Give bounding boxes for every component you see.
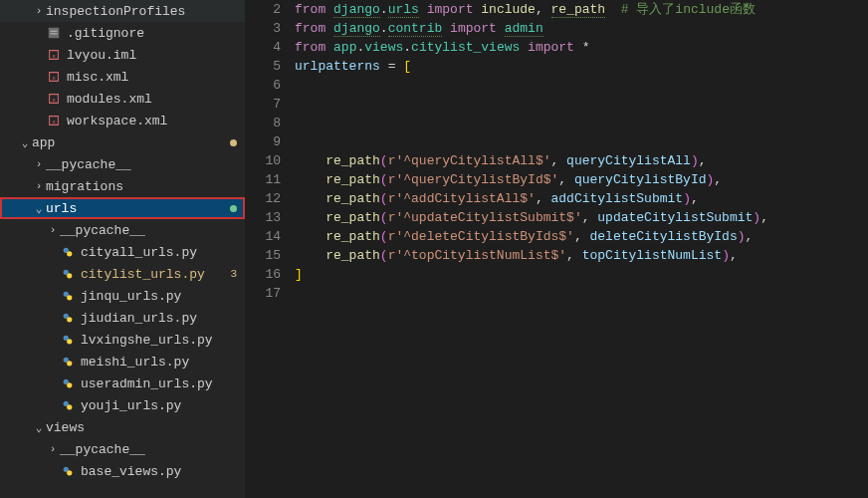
- svg-point-18: [67, 317, 72, 322]
- svg-text:x: x: [52, 97, 56, 104]
- line-number: 12: [245, 189, 281, 208]
- tree-item-misc-xml[interactable]: xmisc.xml: [0, 66, 245, 88]
- code-line[interactable]: re_path(r'^addCitylistAll$', addCitylist…: [295, 189, 868, 208]
- svg-point-16: [67, 295, 72, 300]
- tree-item-label: youji_urls.py: [81, 398, 237, 413]
- line-number: 15: [245, 246, 281, 265]
- python-icon: [60, 354, 76, 370]
- line-number: 5: [245, 57, 281, 76]
- python-icon: [60, 266, 76, 282]
- tree-item-citylist-urls-py[interactable]: citylist_urls.py3: [0, 263, 245, 285]
- line-number: 17: [245, 284, 281, 303]
- svg-text:x: x: [52, 119, 56, 125]
- tree-item--gitignore[interactable]: .gitignore: [0, 22, 245, 44]
- tree-item-youji-urls-py[interactable]: youji_urls.py: [0, 394, 245, 416]
- line-number: 2: [245, 0, 281, 19]
- tree-item-jiudian-urls-py[interactable]: jiudian_urls.py: [0, 307, 245, 329]
- tree-item--pycache-[interactable]: ›__pycache__: [0, 153, 245, 175]
- line-number: 6: [245, 76, 281, 95]
- chevron-down-icon[interactable]: ⌄: [18, 135, 32, 149]
- code-line[interactable]: [295, 95, 868, 114]
- code-line[interactable]: from django.contrib import admin: [295, 19, 868, 38]
- xml-icon: x: [46, 69, 62, 85]
- tree-item-label: citylist_urls.py: [81, 267, 226, 282]
- chevron-spacer: [46, 355, 60, 369]
- svg-text:x: x: [52, 75, 56, 82]
- tree-item-migrations[interactable]: ›migrations: [0, 175, 245, 197]
- tree-item-label: __pycache__: [60, 442, 237, 457]
- tree-item-label: workspace.xml: [67, 114, 237, 128]
- svg-point-22: [67, 361, 72, 366]
- tree-item-lvxingshe-urls-py[interactable]: lvxingshe_urls.py: [0, 329, 245, 351]
- svg-point-20: [67, 339, 72, 344]
- code-line[interactable]: [295, 284, 868, 303]
- tree-item-label: inspectionProfiles: [46, 4, 237, 19]
- tree-item-useradmin-urls-py[interactable]: useradmin_urls.py: [0, 373, 245, 394]
- line-number: 16: [245, 265, 281, 284]
- python-icon: [60, 288, 76, 304]
- chevron-spacer: [46, 333, 60, 347]
- svg-point-24: [67, 382, 72, 387]
- tree-item-base-views-py[interactable]: base_views.py: [0, 460, 245, 482]
- xml-icon: x: [46, 91, 62, 107]
- tree-item-workspace-xml[interactable]: xworkspace.xml: [0, 110, 245, 131]
- line-number: 10: [245, 151, 281, 170]
- code-line[interactable]: [295, 114, 868, 132]
- code-line[interactable]: from app.views.citylist_views import *: [295, 38, 868, 57]
- code-content[interactable]: from django.urls import include, re_path…: [295, 0, 868, 498]
- chevron-spacer: [46, 398, 60, 412]
- chevron-right-icon[interactable]: ›: [32, 157, 46, 171]
- chevron-right-icon[interactable]: ›: [32, 179, 46, 193]
- tree-item-app[interactable]: ⌄app: [0, 131, 245, 153]
- chevron-right-icon[interactable]: ›: [32, 4, 46, 18]
- code-line[interactable]: [295, 76, 868, 95]
- code-line[interactable]: ]: [295, 265, 868, 284]
- tree-item-jinqu-urls-py[interactable]: jinqu_urls.py: [0, 285, 245, 307]
- code-line[interactable]: from django.urls import include, re_path…: [295, 0, 868, 19]
- chevron-spacer: [46, 289, 60, 303]
- tree-item-lvyou-iml[interactable]: xlvyou.iml: [0, 44, 245, 66]
- tree-item-label: jinqu_urls.py: [81, 289, 237, 304]
- svg-point-14: [67, 273, 72, 278]
- tree-item-label: modules.xml: [67, 92, 237, 107]
- tree-item-label: app: [32, 135, 226, 150]
- file-explorer[interactable]: ›inspectionProfiles.gitignorexlvyou.imlx…: [0, 0, 245, 498]
- tree-item-inspectionprofiles[interactable]: ›inspectionProfiles: [0, 0, 245, 22]
- tree-item-views[interactable]: ⌄views: [0, 416, 245, 438]
- tree-item-label: cityall_urls.py: [81, 245, 237, 260]
- chevron-right-icon[interactable]: ›: [46, 223, 60, 237]
- tree-item-label: meishi_urls.py: [81, 355, 237, 370]
- chevron-spacer: [46, 464, 60, 478]
- xml-icon: x: [46, 113, 62, 128]
- tree-item-cityall-urls-py[interactable]: cityall_urls.py: [0, 241, 245, 263]
- tree-item-meishi-urls-py[interactable]: meishi_urls.py: [0, 351, 245, 373]
- line-gutter: 234567891011121314151617: [245, 0, 295, 498]
- tree-item-urls[interactable]: ⌄urls: [0, 197, 245, 219]
- chevron-spacer: [46, 267, 60, 281]
- tree-item-label: migrations: [46, 179, 237, 194]
- tree-item-modules-xml[interactable]: xmodules.xml: [0, 88, 245, 110]
- chevron-spacer: [32, 70, 46, 84]
- chevron-down-icon[interactable]: ⌄: [32, 420, 46, 434]
- python-icon: [60, 463, 76, 479]
- code-line[interactable]: re_path(r'^topCitylistNumList$', topCity…: [295, 246, 868, 265]
- svg-rect-0: [49, 28, 60, 39]
- tree-item--pycache-[interactable]: ›__pycache__: [0, 438, 245, 460]
- svg-point-12: [67, 251, 72, 256]
- chevron-right-icon[interactable]: ›: [46, 442, 60, 456]
- code-line[interactable]: urlpatterns = [: [295, 57, 868, 76]
- code-line[interactable]: [295, 132, 868, 151]
- code-line[interactable]: re_path(r'^queryCitylistById$', queryCit…: [295, 170, 868, 189]
- chevron-spacer: [32, 48, 46, 62]
- svg-point-26: [67, 404, 72, 409]
- line-number: 11: [245, 170, 281, 189]
- code-line[interactable]: re_path(r'^deleteCitylistByIds$', delete…: [295, 227, 868, 246]
- python-icon: [60, 397, 76, 413]
- tree-item-label: .gitignore: [67, 26, 237, 41]
- tree-item-label: lvyou.iml: [67, 48, 237, 63]
- line-number: 9: [245, 132, 281, 151]
- chevron-down-icon[interactable]: ⌄: [32, 201, 46, 215]
- code-line[interactable]: re_path(r'^updateCitylistSubmit$', updat…: [295, 208, 868, 227]
- code-line[interactable]: re_path(r'^queryCitylistAll$', queryCity…: [295, 151, 868, 170]
- tree-item--pycache-[interactable]: ›__pycache__: [0, 219, 245, 241]
